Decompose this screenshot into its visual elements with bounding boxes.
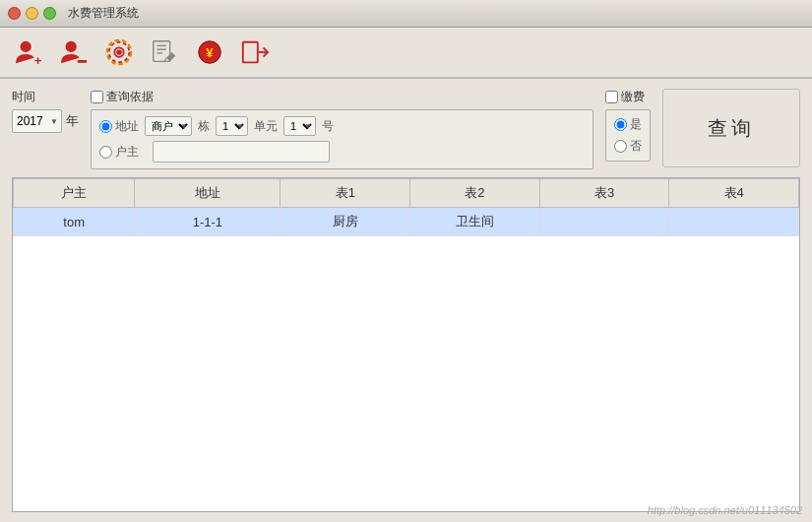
svg-rect-15 — [243, 42, 258, 63]
yes-radio[interactable] — [614, 118, 627, 131]
no-label: 否 — [630, 138, 642, 155]
jiaofe-section: 缴费 是 否 — [605, 89, 651, 162]
add-user-icon: + — [14, 37, 43, 67]
table-cell — [669, 208, 799, 236]
maximize-button[interactable] — [43, 7, 56, 20]
col-table1: 表1 — [281, 179, 410, 208]
address-radio-label[interactable]: 地址 — [99, 118, 139, 135]
edit-button[interactable] — [144, 32, 185, 73]
query-basis-checkbox-label[interactable]: 查询依据 — [91, 89, 154, 105]
query-basis-section: 查询依据 地址 商户 栋 — [91, 89, 593, 169]
yes-radio-label[interactable]: 是 — [614, 116, 642, 133]
table-cell: 1-1-1 — [135, 208, 281, 236]
svg-point-0 — [21, 41, 31, 52]
unit-label: 单元 — [254, 118, 278, 135]
main-content: 时间 2015 2016 2017 2018 2019 年 — [0, 79, 812, 522]
col-table3: 表3 — [539, 179, 669, 208]
svg-point-6 — [116, 49, 122, 55]
building-label: 栋 — [198, 118, 210, 135]
col-table4: 表4 — [669, 179, 799, 208]
data-table: 户主 地址 表1 表2 表3 表4 tom1-1-1厨房卫生间 — [13, 178, 799, 236]
minimize-button[interactable] — [26, 7, 38, 20]
yes-label: 是 — [630, 116, 642, 133]
svg-point-2 — [66, 41, 77, 52]
query-basis-label: 查询依据 — [106, 89, 154, 105]
building-select-wrapper: 1234 — [216, 116, 248, 136]
address-label-text: 地址 — [115, 118, 139, 135]
table-cell: 卫生间 — [410, 208, 540, 236]
query-options: 地址 商户 栋 1234 单元 — [91, 109, 593, 169]
owner-radio[interactable] — [99, 146, 112, 159]
pay-button[interactable]: ¥ — [189, 32, 230, 73]
table-header: 户主 地址 表1 表2 表3 表4 — [14, 179, 799, 208]
time-label: 时间 — [12, 89, 79, 105]
no-radio[interactable] — [614, 140, 627, 153]
jiaofe-checkbox-label[interactable]: 缴费 — [605, 89, 651, 105]
num-label: 号 — [322, 118, 334, 135]
col-address: 地址 — [135, 179, 281, 208]
window-title: 水费管理系统 — [68, 5, 139, 22]
svg-text:+: + — [34, 53, 42, 67]
merchant-select[interactable]: 商户 — [145, 116, 192, 136]
query-basis-header: 查询依据 — [91, 89, 593, 105]
toolbar: + ¥ — [0, 28, 812, 79]
address-radio[interactable] — [99, 120, 112, 133]
add-user-button[interactable]: + — [8, 32, 49, 73]
table-row[interactable]: tom1-1-1厨房卫生间 — [14, 208, 799, 236]
table-cell: 厨房 — [281, 208, 410, 236]
exit-button[interactable] — [234, 32, 276, 73]
merchant-select-wrapper: 商户 — [145, 116, 192, 136]
close-button[interactable] — [8, 7, 21, 20]
year-select[interactable]: 2015 2016 2017 2018 2019 — [12, 109, 62, 133]
window-controls — [8, 7, 56, 20]
address-radio-row: 地址 商户 栋 1234 单元 — [99, 116, 585, 136]
filter-row: 时间 2015 2016 2017 2018 2019 年 — [12, 89, 800, 169]
remove-user-icon — [59, 37, 89, 67]
no-radio-label[interactable]: 否 — [614, 138, 642, 155]
col-owner: 户主 — [14, 179, 135, 208]
table-body: tom1-1-1厨房卫生间 — [14, 208, 799, 236]
table-header-row: 户主 地址 表1 表2 表3 表4 — [14, 179, 799, 208]
unit-select[interactable]: 1234 — [283, 116, 316, 136]
owner-label-text: 户主 — [115, 144, 139, 161]
pay-icon: ¥ — [195, 37, 224, 67]
settings-icon — [104, 37, 134, 67]
year-select-wrapper: 2015 2016 2017 2018 2019 — [12, 109, 62, 133]
svg-text:¥: ¥ — [206, 45, 214, 60]
owner-radio-label[interactable]: 户主 — [99, 144, 139, 161]
table-cell: tom — [14, 208, 135, 236]
year-unit: 年 — [66, 112, 79, 130]
remove-user-button[interactable] — [53, 32, 94, 73]
title-bar: 水费管理系统 — [0, 0, 812, 28]
table-cell — [539, 208, 669, 236]
jiaofe-options: 是 否 — [605, 109, 651, 162]
settings-button[interactable] — [98, 32, 140, 73]
col-table2: 表2 — [410, 179, 540, 208]
exit-icon — [240, 37, 270, 67]
query-button[interactable]: 查询 — [662, 89, 800, 167]
unit-select-wrapper: 1234 — [283, 116, 316, 136]
edit-icon — [150, 37, 179, 67]
owner-radio-row: 户主 — [99, 141, 585, 163]
jiaofe-checkbox[interactable] — [605, 91, 618, 103]
owner-input[interactable] — [153, 141, 330, 163]
query-basis-checkbox[interactable] — [91, 91, 103, 103]
time-section: 时间 2015 2016 2017 2018 2019 年 — [12, 89, 79, 133]
time-inner: 2015 2016 2017 2018 2019 年 — [12, 109, 79, 133]
jiaofe-label: 缴费 — [621, 89, 645, 105]
building-select[interactable]: 1234 — [216, 116, 248, 136]
table-section: 户主 地址 表1 表2 表3 表4 tom1-1-1厨房卫生间 — [12, 177, 800, 512]
query-btn-text: 查询 — [708, 115, 755, 142]
